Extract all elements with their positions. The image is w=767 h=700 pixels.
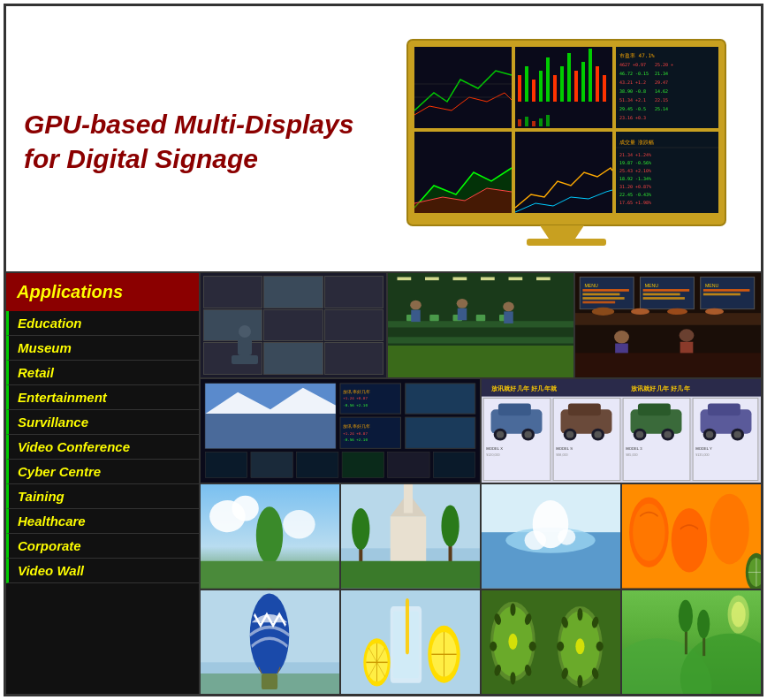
- svg-rect-60: [398, 278, 412, 281]
- svg-point-171: [283, 510, 315, 539]
- svg-rect-93: [643, 297, 685, 300]
- sidebar-item-healthcare[interactable]: Healthcare: [6, 509, 199, 534]
- svg-rect-17: [574, 71, 578, 102]
- svg-point-101: [705, 308, 724, 315]
- svg-rect-145: [568, 403, 601, 415]
- svg-text:+1.24 +0.87: +1.24 +0.87: [343, 430, 368, 435]
- svg-point-191: [525, 530, 546, 550]
- svg-text:市盈率 47.1%: 市盈率 47.1%: [619, 52, 655, 58]
- svg-point-149: [594, 430, 601, 438]
- svg-text:19.87  -0.56%: 19.87 -0.56%: [619, 160, 651, 165]
- svg-point-238: [577, 607, 582, 620]
- svg-rect-21: [603, 75, 606, 102]
- sidebar-item-survillance[interactable]: Survillance: [6, 410, 199, 435]
- svg-point-98: [592, 308, 614, 316]
- kiwi-image: [482, 590, 622, 695]
- svg-rect-58: [232, 355, 258, 364]
- factory-image: [388, 273, 575, 377]
- sidebar-item-corporate[interactable]: Corporate: [6, 534, 199, 559]
- top-section: GPU-based Multi-Displays for Digital Sig…: [6, 6, 761, 271]
- svg-point-255: [732, 601, 746, 627]
- svg-rect-111: [205, 414, 335, 448]
- svg-text:MENU: MENU: [585, 285, 599, 289]
- svg-rect-83: [641, 278, 695, 309]
- svg-point-229: [529, 641, 536, 651]
- svg-rect-55: [527, 239, 606, 246]
- svg-rect-185: [341, 561, 480, 589]
- svg-marker-54: [540, 225, 584, 239]
- svg-rect-123: [251, 452, 292, 477]
- sidebar-item-entertainment[interactable]: Entertainment: [6, 385, 199, 410]
- restaurant-svg: MENU MENU MENU: [575, 273, 761, 377]
- svg-point-251: [679, 599, 693, 631]
- svg-rect-86: [582, 289, 629, 292]
- lemon-svg: [341, 590, 480, 695]
- svg-text:38.90 -0.8: 38.90 -0.8: [619, 88, 646, 94]
- svg-point-102: [614, 331, 629, 343]
- svg-point-173: [256, 506, 283, 564]
- surv-tile-2: [263, 276, 323, 308]
- svg-rect-127: [433, 452, 475, 477]
- svg-text:22.45  -0.43%: 22.45 -0.43%: [619, 192, 651, 197]
- svg-rect-57: [238, 338, 252, 355]
- svg-rect-82: [580, 278, 634, 309]
- factory-svg: [388, 273, 573, 377]
- svg-rect-62: [453, 278, 467, 281]
- svg-point-235: [508, 633, 517, 649]
- svg-text:4627 +0.97: 4627 +0.97: [619, 62, 646, 67]
- svg-point-99: [631, 308, 649, 315]
- svg-text:29.45 -0.5: 29.45 -0.5: [619, 106, 646, 111]
- svg-point-244: [557, 641, 564, 651]
- svg-point-233: [490, 641, 497, 651]
- svg-rect-88: [582, 297, 624, 300]
- monitor-illustration: 市盈率 47.1% 4627 +0.97 25.20 + 46.72 -0.15…: [381, 22, 752, 261]
- sidebar-item-videowall[interactable]: Video Wall: [6, 559, 199, 583]
- sidebar-item-videoconference[interactable]: Video Conference: [6, 435, 199, 460]
- content-row-2: 放讯率好几年 +1.24 +0.87 -0.56 +2.10 放讯率好几年 +1…: [201, 379, 761, 485]
- svg-rect-22: [518, 119, 521, 126]
- svg-rect-92: [643, 293, 680, 296]
- svg-rect-67: [388, 337, 573, 343]
- svg-text:MODEL X: MODEL X: [486, 446, 503, 451]
- svg-point-100: [667, 308, 687, 315]
- svg-text:46.72 -0.15: 46.72 -0.15: [619, 71, 649, 76]
- svg-rect-16: [567, 53, 571, 102]
- svg-text:51.34 +2.1: 51.34 +2.1: [619, 97, 646, 103]
- surv-tile-3: [324, 276, 384, 308]
- sidebar-item-museum[interactable]: Museum: [6, 336, 199, 361]
- svg-point-231: [510, 672, 515, 684]
- svg-rect-14: [553, 75, 557, 102]
- svg-rect-13: [546, 57, 550, 102]
- surv-tile-9: [324, 342, 384, 375]
- svg-text:放讯率好几年: 放讯率好几年: [343, 388, 370, 393]
- svg-point-204: [250, 593, 290, 676]
- svg-point-78: [503, 302, 514, 312]
- svg-point-56: [239, 325, 251, 338]
- svg-rect-1: [414, 47, 512, 128]
- sidebar-item-retail[interactable]: Retail: [6, 361, 199, 385]
- car-display-image: 放讯就好几年 好几年就 放讯就好几年 好几年: [482, 379, 761, 483]
- balloon-image: [201, 590, 341, 695]
- svg-rect-68: [388, 353, 573, 359]
- sidebar: Applications Education Museum Retail Ent…: [6, 273, 201, 694]
- svg-text:23.16 +0.3: 23.16 +0.3: [619, 115, 646, 120]
- page-title: GPU-based Multi-Displays for Digital Sig…: [24, 107, 381, 176]
- svg-text:¥85,000: ¥85,000: [626, 453, 637, 457]
- svg-text:25.14: 25.14: [655, 106, 668, 111]
- svg-rect-137: [498, 403, 531, 415]
- sidebar-item-taining[interactable]: Taining: [6, 484, 199, 509]
- svg-rect-64: [509, 278, 523, 281]
- content-row-1: MENU MENU MENU: [201, 273, 761, 379]
- svg-point-184: [441, 506, 459, 547]
- sidebar-item-education[interactable]: Education: [6, 311, 199, 336]
- nature-image-1: [201, 484, 341, 589]
- sidebar-item-cybercentre[interactable]: Cyber Centre: [6, 460, 199, 484]
- svg-text:MODEL 3: MODEL 3: [626, 446, 642, 451]
- svg-text:+1.24 +0.87: +1.24 +0.87: [343, 396, 368, 400]
- svg-rect-77: [458, 308, 467, 321]
- svg-rect-65: [536, 278, 551, 281]
- svg-point-253: [697, 609, 710, 638]
- svg-text:43.21 +1.2: 43.21 +1.2: [619, 80, 646, 85]
- svg-point-192: [558, 529, 575, 545]
- svg-text:14.62: 14.62: [655, 88, 668, 94]
